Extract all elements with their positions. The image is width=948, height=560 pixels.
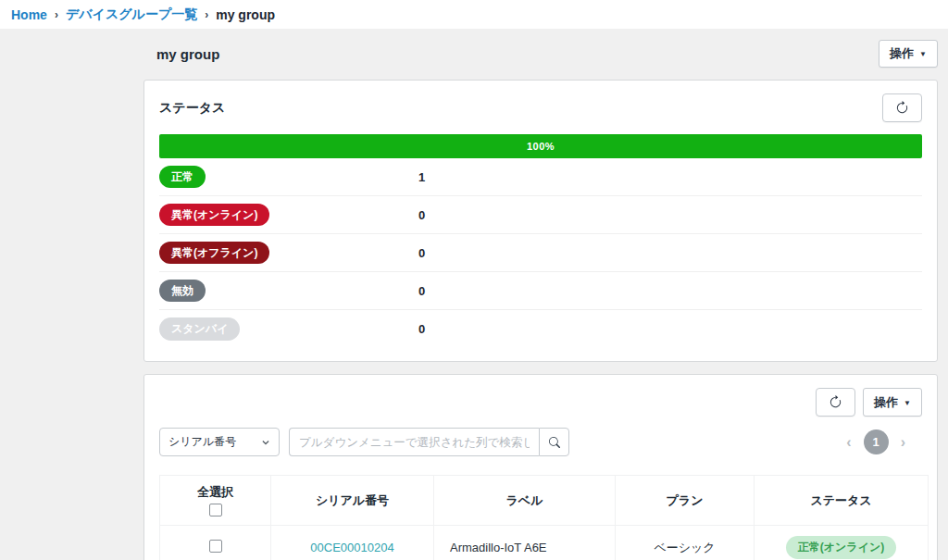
status-badge: 異常(オンライン) bbox=[159, 204, 269, 226]
devices-toolbar: 操作 ▼ bbox=[159, 388, 922, 417]
search-input[interactable] bbox=[289, 428, 539, 456]
chevron-down-icon bbox=[261, 438, 270, 447]
status-count: 0 bbox=[418, 284, 425, 298]
refresh-icon bbox=[895, 101, 909, 115]
refresh-icon bbox=[829, 395, 842, 409]
title-row: my group 操作▼ bbox=[143, 40, 938, 68]
status-badge: スタンバイ bbox=[159, 317, 240, 340]
caret-down-icon: ▼ bbox=[919, 51, 927, 58]
content-area: my group 操作▼ ステータス 100% bbox=[143, 40, 938, 560]
table-row: 00CE00010204 Armadillo-IoT A6E ベーシック 正常(… bbox=[160, 526, 929, 560]
breadcrumb-home-link[interactable]: Home bbox=[11, 7, 47, 22]
row-status-cell: 正常(オンライン) bbox=[755, 526, 929, 560]
header-select-all: 全選択 bbox=[160, 476, 271, 526]
page-title: my group bbox=[143, 46, 219, 62]
progress-percent-label: 100% bbox=[527, 141, 555, 152]
breadcrumb: Home › デバイスグループ一覧 › my group bbox=[0, 0, 948, 29]
row-select-cell bbox=[160, 526, 271, 560]
search-column-select[interactable]: シリアル番号 bbox=[159, 428, 280, 456]
filter-row: シリアル番号 ‹ 1 › bbox=[159, 428, 922, 456]
caret-down-icon: ▼ bbox=[904, 400, 911, 407]
status-row-disabled: 無効 0 bbox=[159, 272, 922, 310]
devices-actions-button[interactable]: 操作 ▼ bbox=[863, 388, 922, 417]
select-all-checkbox[interactable] bbox=[209, 504, 222, 516]
pagination-prev-icon[interactable]: ‹ bbox=[846, 435, 851, 450]
pagination-current-page[interactable]: 1 bbox=[864, 429, 889, 454]
header-status: ステータス bbox=[755, 476, 929, 526]
page-actions-button[interactable]: 操作▼ bbox=[879, 40, 938, 68]
status-refresh-button[interactable] bbox=[882, 93, 922, 122]
page: Home › デバイスグループ一覧 › my group my group 操作… bbox=[0, 0, 948, 560]
status-card: ステータス 100% 正常 1 異常(オンライン) 0 bbox=[143, 80, 938, 362]
row-plan-cell: ベーシック bbox=[616, 526, 755, 560]
breadcrumb-separator-icon: › bbox=[205, 8, 208, 21]
devices-table: 全選択 シリアル番号 ラベル プラン ステータス bbox=[159, 475, 929, 560]
select-all-label: 全選択 bbox=[197, 484, 233, 501]
status-rows: 正常 1 異常(オンライン) 0 異常(オフライン) 0 無効 0 スタンバイ bbox=[159, 158, 922, 348]
header-label: ラベル bbox=[434, 476, 616, 526]
status-card-title: ステータス bbox=[159, 100, 225, 117]
breadcrumb-separator-icon: › bbox=[55, 8, 58, 21]
table-header-row: 全選択 シリアル番号 ラベル プラン ステータス bbox=[160, 476, 929, 526]
status-count: 1 bbox=[418, 170, 425, 184]
devices-card: 操作 ▼ シリアル番号 bbox=[143, 374, 938, 560]
row-checkbox[interactable] bbox=[209, 540, 222, 553]
status-badge: 無効 bbox=[159, 280, 206, 302]
status-badge: 正常 bbox=[159, 166, 206, 188]
search-column-selected: シリアル番号 bbox=[168, 434, 236, 450]
status-count: 0 bbox=[418, 246, 425, 260]
status-card-header: ステータス bbox=[159, 93, 922, 122]
status-row-error-online: 異常(オンライン) 0 bbox=[159, 196, 922, 234]
row-serial-cell: 00CE00010204 bbox=[271, 526, 434, 560]
search-group bbox=[289, 428, 569, 456]
row-status-badge: 正常(オンライン) bbox=[786, 536, 896, 559]
row-label-cell: Armadillo-IoT A6E bbox=[434, 526, 616, 560]
status-count: 0 bbox=[418, 322, 425, 336]
page-actions-label: 操作 bbox=[890, 45, 914, 62]
devices-actions-label: 操作 bbox=[874, 394, 898, 411]
pagination-next-icon[interactable]: › bbox=[901, 435, 905, 450]
pagination: ‹ 1 › bbox=[846, 429, 922, 454]
header-plan: プラン bbox=[616, 476, 755, 526]
search-icon bbox=[549, 437, 560, 448]
status-progress-bar: 100% bbox=[159, 134, 922, 158]
breadcrumb-device-groups-link[interactable]: デバイスグループ一覧 bbox=[66, 6, 197, 23]
status-row-normal: 正常 1 bbox=[159, 158, 922, 196]
search-button[interactable] bbox=[539, 428, 569, 456]
serial-link[interactable]: 00CE00010204 bbox=[310, 541, 393, 554]
breadcrumb-current: my group bbox=[216, 7, 275, 22]
devices-refresh-button[interactable] bbox=[816, 388, 855, 417]
status-row-error-offline: 異常(オフライン) 0 bbox=[159, 234, 922, 272]
header-serial: シリアル番号 bbox=[271, 476, 434, 526]
status-count: 0 bbox=[418, 208, 425, 222]
status-row-standby: スタンバイ 0 bbox=[159, 310, 922, 348]
status-badge: 異常(オフライン) bbox=[159, 242, 269, 264]
